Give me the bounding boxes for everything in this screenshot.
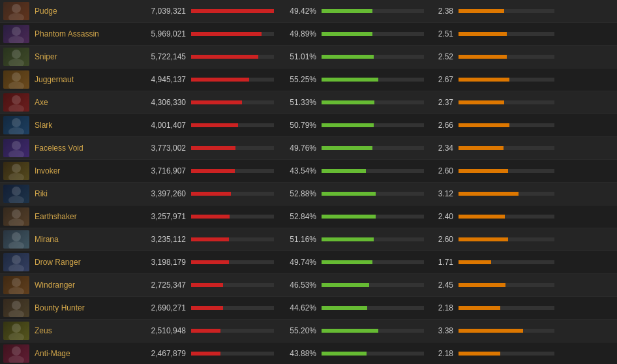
hero-avatar	[3, 253, 29, 271]
table-row[interactable]: Phantom Assassin5,969,02149.89%2.51	[0, 23, 617, 46]
hero-info: Axe	[0, 93, 130, 112]
kda-column: 2.18	[424, 303, 554, 312]
svg-point-40	[12, 301, 21, 310]
matches-bar-container	[191, 78, 274, 82]
winrate-bar-container	[322, 100, 424, 104]
hero-info: Mirana	[0, 230, 130, 249]
hero-info: Sniper	[0, 48, 130, 66]
winrate-value: 49.89%	[274, 29, 316, 38]
winrate-value: 52.84%	[274, 212, 316, 221]
hero-name: Zeus	[35, 326, 52, 335]
kda-bar	[459, 283, 505, 287]
table-row[interactable]: Sniper5,722,14551.01%2.52	[0, 46, 617, 68]
kda-column: 2.40	[424, 212, 554, 221]
matches-bar	[191, 78, 249, 82]
heroes-table: Pudge7,039,32149.42%2.38 Phantom Assassi…	[0, 0, 617, 364]
matches-column: 3,257,971	[130, 212, 274, 221]
svg-point-1	[12, 4, 21, 13]
winrate-bar-container	[322, 329, 424, 333]
table-row[interactable]: Earthshaker3,257,97152.84%2.40	[0, 205, 617, 228]
winrate-value: 51.01%	[274, 52, 316, 61]
winrate-bar	[322, 123, 374, 127]
table-row[interactable]: Riki3,397,26052.88%3.12	[0, 183, 617, 205]
svg-point-34	[12, 255, 21, 264]
kda-bar	[459, 78, 509, 82]
kda-bar	[459, 215, 505, 219]
hero-avatar	[3, 93, 29, 112]
hero-name: Sniper	[35, 52, 57, 61]
matches-count: 4,945,137	[130, 75, 186, 84]
winrate-bar-container	[322, 146, 424, 150]
matches-column: 3,773,002	[130, 144, 274, 153]
table-row[interactable]: Drow Ranger3,198,17949.74%1.71	[0, 251, 617, 274]
matches-column: 3,198,179	[130, 258, 274, 267]
table-row[interactable]: Zeus2,510,94855.20%3.38	[0, 320, 617, 342]
table-row[interactable]: Mirana3,235,11251.16%2.60	[0, 228, 617, 251]
hero-avatar	[3, 139, 29, 157]
winrate-value: 43.88%	[274, 349, 316, 358]
matches-bar-container	[191, 352, 274, 356]
matches-bar	[191, 100, 242, 104]
matches-count: 3,257,971	[130, 212, 186, 221]
table-row[interactable]: Invoker3,716,90743.54%2.60	[0, 160, 617, 183]
table-row[interactable]: Faceless Void3,773,00249.76%2.34	[0, 137, 617, 160]
hero-avatar	[3, 230, 29, 249]
winrate-column: 51.16%	[274, 235, 424, 244]
hero-name: Slark	[35, 121, 52, 130]
matches-count: 7,039,321	[130, 7, 186, 16]
winrate-bar-container	[322, 9, 424, 13]
matches-count: 2,510,948	[130, 326, 186, 335]
kda-column: 1.71	[424, 258, 554, 267]
kda-value: 2.60	[424, 235, 453, 244]
table-row[interactable]: Slark4,001,40750.79%2.66	[0, 114, 617, 137]
kda-column: 2.18	[424, 349, 554, 358]
hero-info: Bounty Hunter	[0, 299, 130, 317]
winrate-value: 49.74%	[274, 258, 316, 267]
table-row[interactable]: Axe4,306,33051.33%2.37	[0, 91, 617, 114]
matches-count: 4,306,330	[130, 98, 186, 107]
matches-bar	[191, 169, 235, 173]
winrate-column: 51.01%	[274, 52, 424, 61]
svg-point-43	[12, 324, 21, 333]
table-row[interactable]: Bounty Hunter2,690,27144.62%2.18	[0, 297, 617, 320]
hero-name: Juggernaut	[35, 75, 74, 84]
kda-bar-container	[459, 237, 554, 241]
winrate-bar	[322, 352, 367, 356]
matches-bar	[191, 283, 223, 287]
matches-count: 2,690,271	[130, 303, 186, 312]
winrate-column: 49.42%	[274, 7, 424, 16]
kda-bar-container	[459, 100, 554, 104]
winrate-bar-container	[322, 78, 424, 82]
table-row[interactable]: Anti-Mage2,467,87943.88%2.18	[0, 342, 617, 364]
matches-column: 3,716,907	[130, 166, 274, 175]
kda-column: 2.34	[424, 144, 554, 153]
matches-bar	[191, 306, 223, 310]
matches-column: 7,039,321	[130, 7, 274, 16]
hero-name: Axe	[35, 98, 48, 107]
hero-name: Faceless Void	[35, 144, 83, 153]
kda-bar	[459, 9, 504, 13]
hero-info: Faceless Void	[0, 139, 130, 157]
matches-count: 5,722,145	[130, 52, 186, 61]
hero-avatar	[3, 162, 29, 180]
winrate-bar-container	[322, 192, 424, 196]
hero-name: Mirana	[35, 235, 59, 244]
kda-value: 2.51	[424, 29, 453, 38]
kda-value: 2.18	[424, 349, 453, 358]
hero-avatar	[3, 344, 29, 363]
hero-name: Earthshaker	[35, 212, 77, 221]
matches-bar-container	[191, 123, 274, 127]
hero-avatar	[3, 48, 29, 66]
kda-bar	[459, 306, 500, 310]
hero-name: Windranger	[35, 281, 75, 290]
matches-column: 5,969,021	[130, 29, 274, 38]
table-row[interactable]: Windranger2,725,34746.53%2.45	[0, 274, 617, 297]
table-row[interactable]: Juggernaut4,945,13755.25%2.67	[0, 68, 617, 91]
table-row[interactable]: Pudge7,039,32149.42%2.38	[0, 0, 617, 23]
matches-bar	[191, 352, 220, 356]
kda-bar	[459, 169, 508, 173]
winrate-bar-container	[322, 123, 424, 127]
kda-bar-container	[459, 352, 554, 356]
kda-value: 2.67	[424, 75, 453, 84]
svg-point-22	[12, 164, 21, 173]
